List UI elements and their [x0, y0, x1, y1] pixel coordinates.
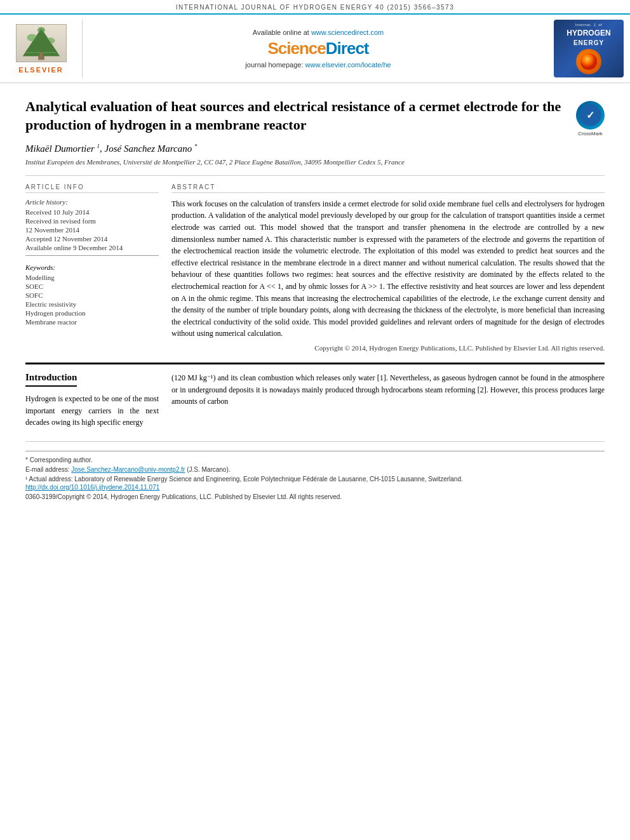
hj-circle-graphic: [576, 49, 601, 74]
hj-intl-text: Internat. J. of: [575, 23, 603, 27]
received-revised-date: 12 November 2014: [25, 226, 159, 234]
introduction-title: Introduction: [25, 372, 77, 387]
journal-homepage-url[interactable]: www.elsevier.com/locate/he: [305, 61, 391, 69]
abstract-header: Abstract: [171, 183, 605, 193]
doi-link[interactable]: http://dx.doi.org/10.1016/j.ijhydene.201…: [25, 484, 159, 491]
email-link[interactable]: Jose.Sanchez-Marcano@univ-montp2.fr: [71, 466, 185, 473]
accepted-date: Accepted 12 November 2014: [25, 235, 159, 243]
abstract-text: This work focuses on the calculation of …: [171, 198, 605, 340]
footer-copyright: 0360-3199/Copyright © 2014, Hydrogen Ene…: [25, 493, 605, 500]
abstract-copyright: Copyright © 2014, Hydrogen Energy Public…: [171, 343, 605, 353]
footnote-divider-top: [25, 451, 605, 451]
crossmark-circle: ✓: [576, 101, 605, 130]
article-title-section: Analytical evaluation of heat sources an…: [25, 98, 605, 137]
introduction-section: Introduction Hydrogen is expected to be …: [25, 372, 605, 429]
main-content: Analytical evaluation of heat sources an…: [0, 83, 630, 507]
journal-homepage-line: journal homepage: www.elsevier.com/locat…: [245, 61, 391, 69]
article-info-col: Article Info Article history: Received 1…: [25, 183, 159, 354]
authors-line: Mikaël Dumortier 1, José Sanchez Marcano…: [25, 143, 605, 154]
article-info-header: Article Info: [25, 183, 159, 193]
keyword-4: Electric resistivity: [25, 300, 159, 308]
abstract-col: Abstract This work focuses on the calcul…: [171, 183, 605, 354]
keywords-section: Keywords: Modelling SOEC SOFC Electric r…: [25, 263, 159, 326]
article-body-two-col: Article Info Article history: Received 1…: [25, 183, 605, 354]
elsevier-tree-icon: [16, 24, 67, 62]
keyword-1: Modelling: [25, 274, 159, 281]
footnote-1: ¹ Actual address: Laboratory of Renewabl…: [25, 474, 605, 484]
intro-right-col: (120 MJ kg⁻¹) and its clean combustion w…: [171, 372, 605, 429]
available-online-text: Available online at www.sciencedirect.co…: [253, 29, 384, 36]
received-date: Received 10 July 2014: [25, 208, 159, 216]
center-header: Available online at www.sciencedirect.co…: [89, 20, 547, 77]
sciencedirect-logo: ScienceDirect: [268, 39, 369, 58]
hydrogen-journal-box: Internat. J. of HYDROGEN ENERGY: [554, 20, 624, 77]
journal-name-top: International Journal of Hydrogen Energy…: [176, 4, 454, 11]
journal-header: ELSEVIER Available online at www.science…: [0, 13, 630, 83]
intro-left-col: Introduction Hydrogen is expected to be …: [25, 372, 159, 429]
section-divider: [25, 363, 605, 364]
svg-point-9: [580, 53, 597, 70]
crossmark-badge[interactable]: ✓ CrossMark: [576, 101, 605, 137]
journal-top-bar: International Journal of Hydrogen Energy…: [0, 0, 630, 13]
sd-science-text: Science: [268, 39, 326, 58]
svg-text:✓: ✓: [586, 110, 594, 121]
hj-title-text: HYDROGEN: [566, 29, 610, 37]
keyword-5: Hydrogen production: [25, 309, 159, 317]
keyword-3: SOFC: [25, 291, 159, 299]
header-divider: [25, 175, 605, 176]
affiliation-text: Institut Européen des Membranes, Univers…: [25, 157, 605, 167]
info-divider: [25, 255, 159, 256]
received-revised-label: Received in revised form: [25, 217, 159, 225]
svg-marker-1: [22, 28, 60, 56]
crossmark-label: CrossMark: [576, 131, 605, 137]
article-history-label: Article history:: [25, 198, 159, 206]
hj-energy-text: ENERGY: [573, 39, 604, 46]
svg-marker-2: [25, 32, 57, 53]
corresponding-footnote: * Corresponding author.: [25, 455, 605, 465]
email-footnote: E-mail address: Jose.Sanchez-Marcano@uni…: [25, 465, 605, 474]
footer-section: * Corresponding author. E-mail address: …: [25, 441, 605, 500]
article-title: Analytical evaluation of heat sources an…: [25, 98, 566, 134]
sciencedirect-url[interactable]: www.sciencedirect.com: [311, 29, 384, 36]
keyword-6: Membrane reactor: [25, 318, 159, 326]
intro-left-text: Hydrogen is expected to be one of the mo…: [25, 393, 159, 429]
elsevier-logo-box: ELSEVIER: [6, 20, 83, 77]
sd-direct-text: Direct: [326, 39, 369, 58]
svg-point-3: [27, 34, 37, 41]
keywords-label: Keywords:: [25, 263, 159, 271]
authors-text: Mikaël Dumortier 1, José Sanchez Marcano…: [25, 143, 197, 154]
elsevier-brand-text: ELSEVIER: [18, 66, 63, 74]
svg-point-5: [37, 27, 45, 33]
svg-point-4: [46, 37, 55, 44]
available-online-date: Available online 9 December 2014: [25, 244, 159, 251]
intro-right-text: (120 MJ kg⁻¹) and its clean combustion w…: [171, 372, 605, 408]
keyword-2: SOEC: [25, 283, 159, 290]
